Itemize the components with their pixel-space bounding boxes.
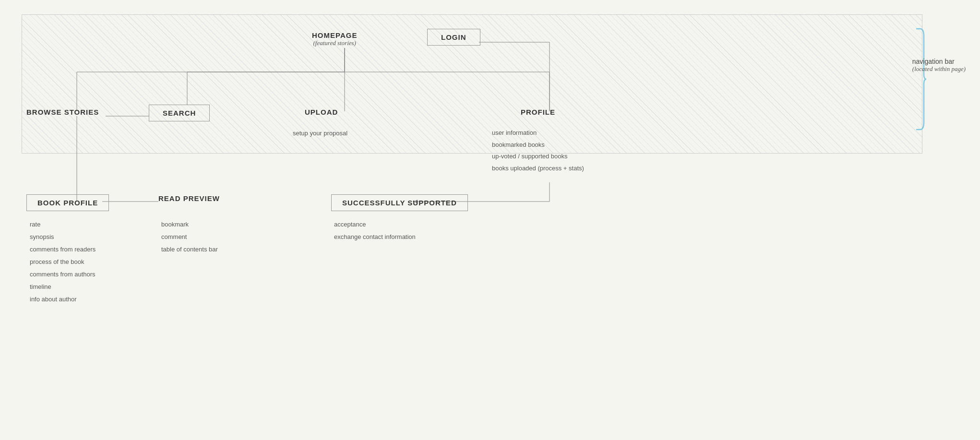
curly-brace-icon	[914, 26, 926, 132]
profile-node: PROFILE	[521, 108, 555, 116]
search-node[interactable]: SEARCH	[149, 105, 210, 121]
bookprofile-sub-5: comments from authors	[30, 268, 96, 281]
book-profile-title: BOOK PROFILE	[37, 199, 98, 207]
read-preview-node: READ PREVIEW	[158, 194, 220, 202]
browse-stories-title: BROWSE STORIES	[26, 108, 99, 116]
nav-annotation-sub: (located within page)	[912, 65, 966, 73]
bookprofile-sub-3: comments from readers	[30, 243, 96, 256]
profile-title: PROFILE	[521, 108, 555, 116]
login-node[interactable]: LOGIN	[427, 29, 480, 46]
supported-title: SUCCESSFULLY SUPPORTED	[342, 199, 457, 207]
readpreview-sub-2: comment	[161, 231, 218, 243]
supported-sub-items: acceptance exchange contact information	[334, 218, 416, 243]
successfully-supported-node: SUCCESSFULLY SUPPORTED	[331, 194, 468, 211]
nav-annotation: navigation bar (located within page)	[912, 58, 966, 73]
bookprofile-sub-6: timeline	[30, 281, 96, 293]
login-title: LOGIN	[441, 33, 466, 41]
supported-sub-2: exchange contact information	[334, 231, 416, 243]
read-preview-title: READ PREVIEW	[158, 194, 220, 202]
bookprofile-sub-1: rate	[30, 218, 96, 231]
upload-sub: setup your proposal	[293, 130, 347, 137]
homepage-title: HOMEPAGE	[312, 31, 357, 39]
profile-sub-3: up-voted / supported books	[492, 151, 584, 163]
bookprofile-sub-2: synopsis	[30, 231, 96, 243]
page-container: HOMEPAGE (featured stories) LOGIN BROWSE…	[0, 0, 980, 440]
search-title: SEARCH	[163, 109, 196, 117]
upload-title: UPLOAD	[305, 108, 338, 116]
browse-stories-node: BROWSE STORIES	[26, 108, 99, 116]
readpreview-sub-3: table of contents bar	[161, 243, 218, 256]
read-preview-sub-items: bookmark comment table of contents bar	[161, 218, 218, 256]
profile-sub-items: user information bookmarked books up-vot…	[492, 127, 584, 175]
bookprofile-sub-7: info about author	[30, 293, 96, 306]
profile-sub-2: bookmarked books	[492, 139, 584, 151]
upload-node: UPLOAD	[305, 108, 338, 116]
supported-sub-1: acceptance	[334, 218, 416, 231]
homepage-subtitle: (featured stories)	[312, 39, 357, 47]
bookprofile-sub-4: process of the book	[30, 256, 96, 268]
book-profile-node: BOOK PROFILE	[26, 194, 109, 211]
nav-annotation-label: navigation bar	[912, 58, 966, 65]
readpreview-sub-1: bookmark	[161, 218, 218, 231]
profile-sub-1: user information	[492, 127, 584, 139]
book-profile-sub-items: rate synopsis comments from readers proc…	[30, 218, 96, 306]
profile-sub-4: books uploaded (process + stats)	[492, 163, 584, 175]
homepage-node: HOMEPAGE (featured stories)	[312, 31, 357, 47]
